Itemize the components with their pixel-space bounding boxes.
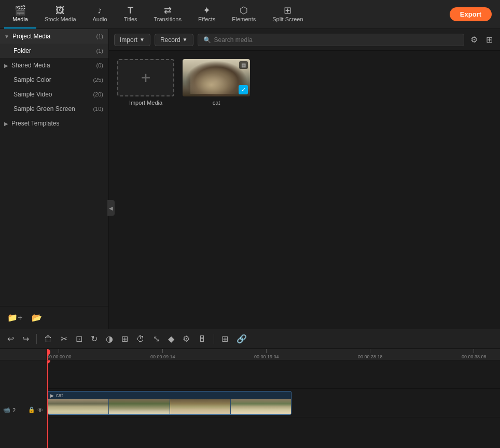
undo-button[interactable]: ↩ (4, 332, 17, 345)
elements-icon: ⬡ (240, 6, 248, 15)
track-2-label: 📹 2 🔒 👁 (0, 360, 47, 448)
sidebar-item-sample-color[interactable]: Sample Color (25) (0, 73, 108, 87)
search-icon: 🔍 (203, 36, 211, 44)
scissors-button[interactable]: ✂ (58, 332, 71, 345)
media-selected-check: ✓ (239, 85, 248, 94)
timeline-toolbar: ↩ ↪ 🗑 ✂ ⊡ ↻ ◑ ⊞ ⏱ ⤡ ◆ ⚙ 🎚 ⊞ 🔗 (0, 329, 500, 349)
sidebar-item-preset-templates[interactable]: ▶ Preset Templates (0, 116, 108, 131)
media-type-badge: ▦ (239, 61, 248, 69)
redo-button[interactable]: ↪ (19, 332, 32, 345)
sidebar-collapse-handle[interactable]: ◀ (107, 58, 115, 358)
toolbar-divider-1 (36, 334, 37, 344)
track-2-video-icon: 📹 (3, 407, 10, 413)
search-input[interactable] (214, 36, 459, 44)
track-1-content[interactable]: ▶ cat (47, 389, 500, 417)
track-2-icons: 📹 2 (3, 407, 16, 413)
audio-adjust-button[interactable]: 🎚 (195, 333, 210, 345)
track-row-2 (47, 360, 500, 389)
timeline-right: 00:00:00:00 00:00:09:14 00:00:19:04 00:0… (47, 349, 500, 448)
import-media-box[interactable]: + (117, 59, 174, 96)
ruler-tick-2: 00:00:19:04 (254, 349, 279, 359)
sidebar-count-sample-video: (20) (93, 91, 103, 97)
stabilize-button[interactable]: ⊞ (118, 332, 131, 345)
chevron-right-preset-icon: ▶ (4, 121, 8, 127)
video-frame-1 (48, 399, 108, 414)
nav-item-elements[interactable]: ⬡ Elements (224, 0, 264, 29)
sidebar-item-project-media[interactable]: ▼ Project Media (1) (0, 29, 108, 44)
sidebar-item-sample-video[interactable]: Sample Video (20) (0, 87, 108, 102)
track-2-eye-icon[interactable]: 👁 (37, 407, 43, 413)
import-dropdown-icon: ▼ (140, 37, 145, 43)
nav-label-titles: Titles (124, 16, 137, 22)
ruler-tick-3: 00:00:28:18 (358, 349, 383, 359)
sidebar-label-folder: Folder (13, 47, 94, 54)
playhead-ruler (47, 349, 48, 360)
ruler-label-0: 00:00:00:00 (47, 354, 72, 359)
content-area: Import ▼ Record ▼ 🔍 ⚙ ⊞ + Import Media (109, 29, 500, 329)
ruler-line-2 (266, 349, 267, 353)
nav-item-split-screen[interactable]: ⊞ Split Screen (264, 0, 311, 29)
import-button[interactable]: Import ▼ (114, 34, 150, 46)
speed-button[interactable]: ⏱ (133, 333, 148, 345)
transform-button[interactable]: ⤡ (150, 332, 163, 345)
adjust-button[interactable]: ⚙ (179, 332, 193, 345)
add-folder-button[interactable]: 📁+ (4, 311, 25, 325)
stock-media-icon: 🖼 (55, 6, 65, 15)
nav-item-titles[interactable]: T Titles (116, 0, 146, 29)
timeline-ruler[interactable]: 00:00:00:00 00:00:09:14 00:00:19:04 00:0… (47, 349, 500, 360)
nav-label-split-screen: Split Screen (272, 16, 303, 22)
filter-button[interactable]: ⚙ (468, 33, 480, 47)
crop-button[interactable]: ⊡ (73, 332, 86, 345)
nav-item-audio[interactable]: ♪ Audio (85, 0, 116, 29)
nav-item-transitions[interactable]: ⇄ Transitions (146, 0, 190, 29)
open-folder-button[interactable]: 📂 (29, 311, 45, 325)
nav-item-media[interactable]: 🎬 Media (4, 0, 36, 29)
snap-button[interactable]: ⊞ (218, 332, 231, 345)
delete-button[interactable]: 🗑 (41, 333, 55, 345)
sidebar-item-sample-green-screen[interactable]: Sample Green Screen (10) (0, 102, 108, 116)
ruler-label-3: 00:00:28:18 (358, 354, 383, 359)
sidebar-count-folder: (1) (96, 48, 103, 54)
sidebar-item-shared-media[interactable]: ▶ Shared Media (0) (0, 58, 108, 73)
cat-thumbnail: ▦ ✓ (183, 59, 250, 96)
search-box: 🔍 (198, 34, 464, 46)
sidebar-count-sample-color: (25) (93, 77, 103, 83)
nav-label-elements: Elements (232, 16, 256, 22)
ruler-line-1 (162, 349, 163, 353)
video-frame-3 (170, 399, 230, 414)
track-2-content[interactable] (47, 360, 500, 388)
cat-clip-label: cat (56, 393, 63, 398)
ruler-line-0 (59, 349, 59, 353)
track-2-number: 2 (12, 407, 16, 413)
nav-label-audio: Audio (93, 16, 107, 22)
ruler-label-4: 00:00:38:08 (462, 354, 487, 359)
nav-label-stock-media: Stock Media (45, 16, 76, 22)
link-button[interactable]: 🔗 (233, 332, 250, 345)
track-2-lock-icon[interactable]: 🔒 (28, 407, 35, 413)
audio-icon: ♪ (98, 6, 102, 15)
cat-media-item[interactable]: ▦ ✓ cat (183, 59, 250, 106)
nav-label-transitions: Transitions (154, 16, 182, 22)
video-clip-frames (48, 399, 291, 414)
ruler-label-1: 00:00:09:14 (150, 354, 175, 359)
video-frame-2 (109, 399, 169, 414)
chevron-right-icon: ▶ (4, 63, 8, 68)
view-toggle-button[interactable]: ⊞ (484, 33, 495, 47)
export-button[interactable]: Export (450, 7, 492, 21)
import-media-item[interactable]: + Import Media (117, 59, 174, 106)
nav-label-effects: Effects (198, 16, 215, 22)
record-button[interactable]: Record ▼ (155, 34, 193, 46)
top-navigation: 🎬 Media 🖼 Stock Media ♪ Audio T Titles ⇄… (0, 0, 500, 29)
nav-item-stock-media[interactable]: 🖼 Stock Media (36, 0, 85, 29)
ruler-label-2: 00:00:19:04 (254, 354, 279, 359)
sidebar-label-sample-video: Sample Video (13, 91, 91, 98)
rotate-button[interactable]: ↻ (88, 332, 101, 345)
sidebar-item-folder[interactable]: Folder (1) (0, 44, 108, 58)
record-dropdown-icon: ▼ (183, 37, 188, 43)
sidebar-label-sample-green-screen: Sample Green Screen (13, 105, 91, 113)
nav-item-effects[interactable]: ✦ Effects (190, 0, 224, 29)
keyframe-button[interactable]: ◆ (165, 332, 177, 345)
cat-clip[interactable]: ▶ cat (48, 391, 291, 415)
clip-play-icon: ▶ (50, 393, 54, 398)
ruler-tick-4: 00:00:38:08 (462, 349, 487, 359)
